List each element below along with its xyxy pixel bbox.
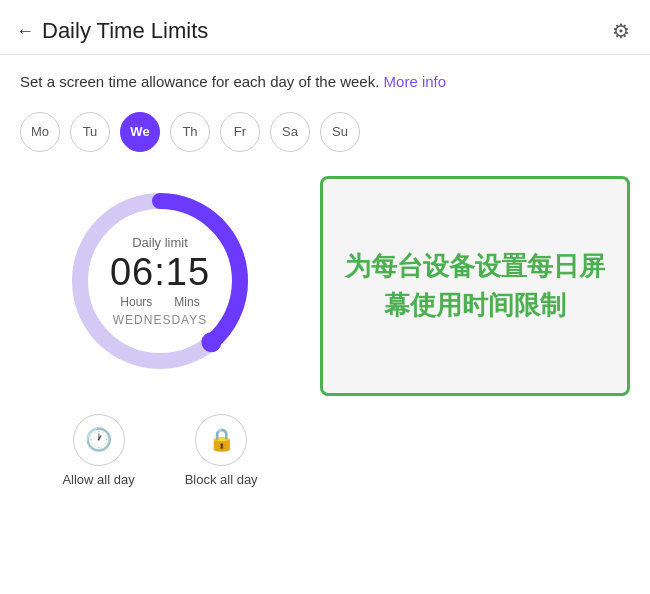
main-content: Daily limit 06:15 Hours Mins WEDNESDAYS … (0, 176, 650, 487)
header-left: ← Daily Time Limits (16, 18, 208, 44)
info-box: 为每台设备设置每日屏幕使用时间限制 (320, 176, 630, 396)
allow-all-day-icon: 🕐 (73, 414, 125, 466)
back-button[interactable]: ← (16, 21, 34, 42)
time-units: Hours Mins (110, 295, 210, 309)
days-row: MoTuWeThFrSaSu (0, 112, 650, 152)
block-all-day[interactable]: 🔒Block all day (185, 414, 258, 487)
divider (0, 54, 650, 55)
daily-limit-label: Daily limit (110, 234, 210, 249)
day-circle-mo[interactable]: Mo (20, 112, 60, 152)
description-text: Set a screen time allowance for each day… (20, 73, 379, 90)
block-all-day-icon: 🔒 (195, 414, 247, 466)
allow-all-day-label: Allow all day (62, 472, 134, 487)
donut-center: Daily limit 06:15 Hours Mins WEDNESDAYS (110, 234, 210, 327)
header: ← Daily Time Limits ⚙ (0, 0, 650, 54)
day-circle-su[interactable]: Su (320, 112, 360, 152)
mins-label: Mins (174, 295, 199, 309)
actions-row: 🕐Allow all day🔒Block all day (62, 414, 257, 487)
hours-label: Hours (120, 295, 152, 309)
day-circle-fr[interactable]: Fr (220, 112, 260, 152)
day-circle-sa[interactable]: Sa (270, 112, 310, 152)
more-info-link[interactable]: More info (384, 73, 447, 90)
time-display: 06:15 (110, 251, 210, 293)
donut-wrapper: Daily limit 06:15 Hours Mins WEDNESDAYS (55, 176, 265, 386)
info-box-text: 为每台设备设置每日屏幕使用时间限制 (339, 247, 611, 325)
clock-section: Daily limit 06:15 Hours Mins WEDNESDAYS … (10, 176, 310, 487)
gear-icon[interactable]: ⚙ (612, 19, 630, 43)
day-circle-we[interactable]: We (120, 112, 160, 152)
day-circle-th[interactable]: Th (170, 112, 210, 152)
day-name: WEDNESDAYS (110, 313, 210, 327)
block-all-day-label: Block all day (185, 472, 258, 487)
page-title: Daily Time Limits (42, 18, 208, 44)
day-circle-tu[interactable]: Tu (70, 112, 110, 152)
allow-all-day[interactable]: 🕐Allow all day (62, 414, 134, 487)
description: Set a screen time allowance for each day… (0, 71, 650, 94)
